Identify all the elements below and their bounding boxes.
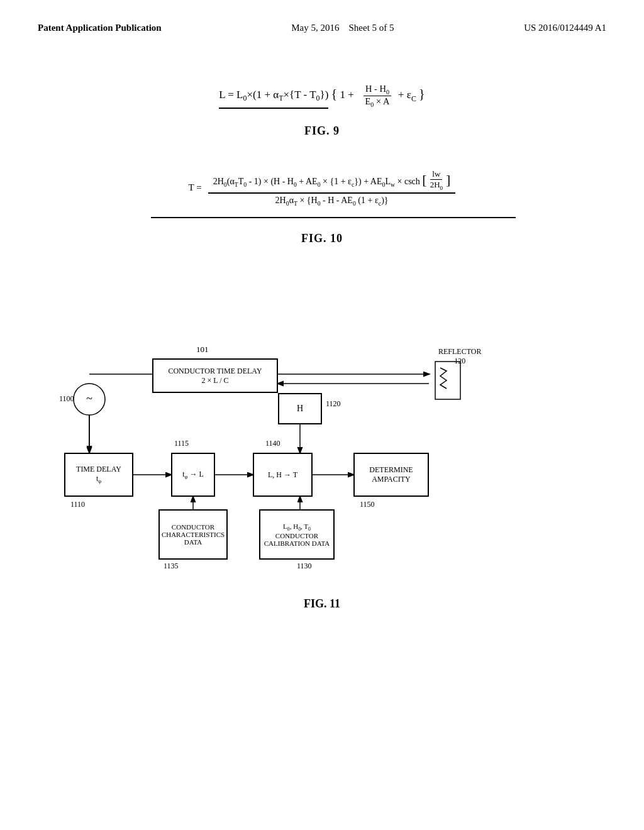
- conductor-td-line1: CONDUCTOR TIME DELAY: [168, 367, 262, 376]
- h-label: H: [297, 404, 303, 414]
- char-line1: CONDUCTOR: [162, 523, 225, 531]
- cal-line1: CONDUCTOR: [264, 532, 330, 540]
- conductor-cal-block: L0, H0, T0 CONDUCTOR CALIBRATION DATA: [259, 509, 335, 560]
- conductor-time-delay-block: CONDUCTOR TIME DELAY 2 × L / C: [152, 358, 278, 393]
- fig10-fraction: 2H0(αTT0 - 1) × (H - H0 + AE0 × {1 + εc}…: [208, 169, 456, 207]
- fig11-label: FIG. 11: [304, 597, 340, 610]
- det-amp-line2: AMPACITY: [369, 475, 413, 484]
- label-1115: 1115: [174, 439, 189, 448]
- main-content: L = L0×(1 + αT×{T - T0}) { 1 + H - H0 E0…: [0, 33, 644, 636]
- char-line2: CHARACTERISTICS: [162, 531, 225, 538]
- fig10-label: FIG. 10: [38, 232, 606, 245]
- char-line3: DATA: [162, 538, 225, 546]
- svg-text:~: ~: [86, 392, 92, 405]
- svg-rect-15: [435, 362, 460, 399]
- label-1110: 1110: [70, 500, 85, 509]
- fig10-section: T = 2H0(αTT0 - 1) × (H - H0 + AE0 × {1 +…: [38, 169, 606, 245]
- fig9-fraction: H - H0 E0 × A: [364, 84, 392, 108]
- time-delay-line1: TIME DELAY: [76, 465, 121, 474]
- page-header: Patent Application Publication May 5, 20…: [0, 0, 644, 33]
- time-delay-block: TIME DELAY tφ: [64, 453, 133, 497]
- block-1140: L, H → T: [253, 453, 313, 497]
- block-1115: tφ → L: [171, 453, 215, 497]
- block-1140-label: L, H → T: [268, 470, 297, 480]
- cal-line0: L0, H0, T0: [264, 523, 330, 532]
- det-amp-line1: DETERMINE: [369, 465, 413, 475]
- label-1140: 1140: [265, 439, 280, 448]
- label-1135: 1135: [164, 562, 179, 571]
- label-101: 101: [196, 345, 209, 355]
- conductor-td-line2: 2 × L / C: [168, 376, 262, 385]
- label-1130: 1130: [297, 562, 312, 571]
- fig11-diagram: ~ 1100 CONDUCTOR TIME DELAY 2 × L / C 10…: [52, 277, 592, 591]
- block-1115-label: tφ → L: [182, 470, 204, 480]
- fig9-section: L = L0×(1 + αT×{T - T0}) { 1 + H - H0 E0…: [38, 84, 606, 138]
- label-1150: 1150: [360, 500, 375, 509]
- label-1120: 1120: [326, 399, 341, 409]
- fig9-label: FIG. 9: [38, 124, 606, 138]
- header-right: US 2016/0124449 A1: [524, 23, 606, 33]
- svg-text:1100: 1100: [59, 394, 74, 403]
- fig10-denominator: 2H0αT × {H0 - H - AE0 (1 + εc)}: [270, 194, 394, 207]
- header-date: May 5, 2016 Sheet 5 of 5: [291, 23, 394, 33]
- svg-point-11: [74, 384, 105, 415]
- fig11-section: ~ 1100 CONDUCTOR TIME DELAY 2 × L / C 10…: [38, 277, 606, 611]
- header-left: Patent Application Publication: [38, 23, 162, 33]
- cal-line2: CALIBRATION DATA: [264, 540, 330, 547]
- conductor-char-block: CONDUCTOR CHARACTERISTICS DATA: [158, 509, 228, 560]
- h-block: H: [278, 393, 322, 424]
- fig9-formula-main: L = L0×(1 + αT×{T - T0}): [219, 89, 328, 101]
- reflector-label: REFLECTOR 120: [438, 347, 481, 366]
- fig10-numerator: 2H0(αTT0 - 1) × (H - H0 + AE0 × {1 + εc}…: [208, 169, 456, 194]
- determine-ampacity-block: DETERMINE AMPACITY: [353, 453, 429, 497]
- fig10-t-label: T =: [189, 182, 202, 193]
- time-delay-line2: tφ: [76, 474, 121, 484]
